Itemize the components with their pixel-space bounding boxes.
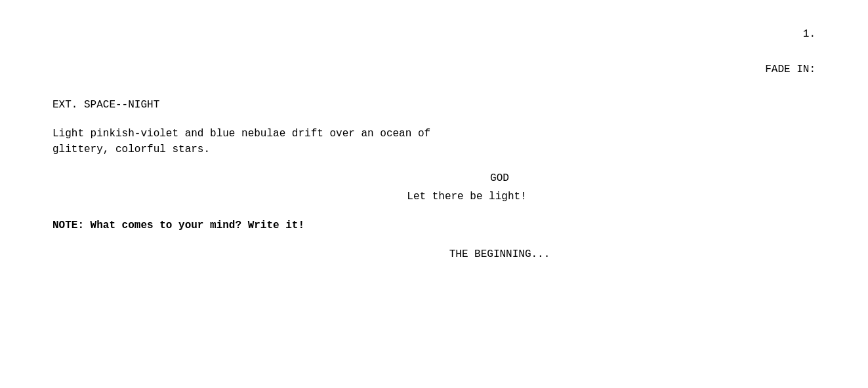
dialogue-line: Let there be light! xyxy=(52,189,816,204)
screenplay-page: 1. FADE IN: EXT. SPACE--NIGHT Light pink… xyxy=(0,0,868,388)
character-name: GOD xyxy=(52,170,816,186)
title-card: THE BEGINNING... xyxy=(52,246,816,262)
action-line-1: Light pinkish-violet and blue nebulae dr… xyxy=(52,128,430,140)
action-line-2: glittery, colorful stars. xyxy=(52,144,210,155)
scene-heading: EXT. SPACE--NIGHT xyxy=(52,97,816,113)
fade-in: FADE IN: xyxy=(52,62,816,77)
action-block: Light pinkish-violet and blue nebulae dr… xyxy=(52,126,774,157)
note-line: NOTE: What comes to your mind? Write it! xyxy=(52,218,816,233)
page-number: 1. xyxy=(52,26,816,42)
